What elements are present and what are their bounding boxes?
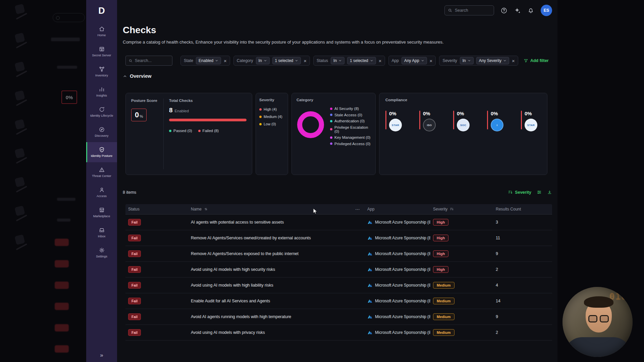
- background-app-underlay-left: 0%: [0, 0, 86, 362]
- sidebar-collapse-button[interactable]: »: [86, 352, 117, 359]
- status-badge: Fail: [128, 298, 141, 304]
- sidebar-item-identity-posture[interactable]: Identity Posture: [86, 142, 117, 162]
- status-badge: Fail: [128, 329, 141, 336]
- app-cell: Microsoft Azure Sponsorship (8...: [365, 267, 430, 272]
- table-toolbar: 8 items Severity: [123, 190, 552, 195]
- checks-search-input[interactable]: [135, 58, 169, 63]
- results-count: 9: [493, 314, 552, 319]
- column-header-severity[interactable]: Severity: [430, 207, 493, 212]
- sidebar-item-settings[interactable]: Settings: [86, 243, 117, 263]
- add-filter-button[interactable]: Add filter: [524, 58, 549, 63]
- column-settings-icon[interactable]: [537, 190, 542, 195]
- topbar: ES: [123, 0, 552, 21]
- compliance-badge-icon: i: [491, 119, 503, 131]
- checks-progress-bar: [169, 119, 247, 121]
- sidebar-item-inbox[interactable]: Inbox: [86, 223, 117, 243]
- filter-chip-category-remove[interactable]: [304, 58, 307, 63]
- bell-icon[interactable]: [527, 7, 534, 14]
- download-icon[interactable]: [547, 190, 552, 195]
- category-legend-item: Key Management (0): [330, 135, 371, 139]
- severity-badge: Medium: [433, 313, 454, 320]
- table-row[interactable]: Fail Avoid AI agents running models with…: [125, 309, 552, 325]
- compliance-item: 0% SOC: [453, 111, 470, 131]
- table-row[interactable]: Fail Remove AI Agents/Services exposed t…: [125, 246, 552, 262]
- severity-legend-item: Medium (4): [259, 115, 284, 119]
- sidebar-item-threat-center[interactable]: Threat Center: [86, 162, 117, 182]
- results-count: 3: [493, 220, 552, 225]
- filter-chip-severity-remove[interactable]: [512, 58, 515, 63]
- azure-icon: [367, 314, 373, 319]
- severity-badge: Medium: [433, 329, 454, 336]
- app-cell: Microsoft Azure Sponsorship (8...: [365, 283, 430, 288]
- filter-chip-status-remove[interactable]: [379, 58, 382, 63]
- help-icon[interactable]: [500, 7, 507, 14]
- compliance-badge-icon: STAR: [525, 119, 537, 131]
- results-count: 2: [493, 330, 552, 335]
- overview-section-toggle[interactable]: Overview: [123, 73, 552, 79]
- sidebar-item-home[interactable]: Home: [86, 21, 117, 42]
- results-count: 11: [493, 236, 552, 240]
- severity-operator-select[interactable]: In: [460, 57, 474, 64]
- page-description: Comprise a catalog of health checks, Enh…: [123, 40, 552, 45]
- app-cell: Microsoft Azure Sponsorship (8...: [365, 330, 430, 335]
- table-row[interactable]: Fail Enable Audit for all AI Services an…: [125, 293, 552, 309]
- column-header-name[interactable]: Name: [188, 206, 365, 212]
- severity-legend-item: Low (0): [259, 122, 284, 126]
- compliance-badge-icon: STAR: [389, 119, 402, 131]
- sidebar-item-insights[interactable]: Insights: [86, 82, 117, 102]
- filter-chip-app-remove[interactable]: [430, 58, 433, 63]
- person-face: [586, 302, 612, 333]
- app-cell: Microsoft Azure Sponsorship (8...: [365, 251, 430, 256]
- name-column-menu-icon[interactable]: [355, 206, 360, 212]
- sidebar-item-identity-lifecycle[interactable]: Identity Lifecycle: [86, 102, 117, 122]
- category-operator-select[interactable]: In: [256, 57, 270, 64]
- filter-chip-category: Category In 1 selected: [233, 56, 310, 66]
- global-search[interactable]: [444, 5, 494, 15]
- table-row[interactable]: Fail Avoid using AI models with high sec…: [125, 262, 552, 278]
- results-count: 9: [493, 251, 552, 256]
- user-avatar[interactable]: ES: [541, 5, 552, 16]
- category-value-select[interactable]: 1 selected: [272, 57, 301, 64]
- sparkles-icon[interactable]: [514, 7, 521, 14]
- table-row[interactable]: Fail Avoid using AI models with privacy …: [125, 325, 552, 341]
- check-name: Avoid using AI models with privacy risks: [188, 330, 365, 335]
- app-value-select[interactable]: Any App: [401, 57, 427, 64]
- main-content: ES Checks Comprise a catalog of health c…: [117, 0, 557, 362]
- status-badge: Fail: [128, 313, 141, 320]
- compliance-badge-icon: ISO: [423, 119, 436, 131]
- table-row[interactable]: Fail Avoid using AI models with high lia…: [125, 278, 552, 293]
- azure-icon: [367, 267, 373, 272]
- sidebar-item-discovery[interactable]: Discovery: [86, 122, 117, 142]
- posture-score-title: Posture Score: [131, 99, 162, 103]
- table-row[interactable]: Fail Remove AI Agents/Services owned/cre…: [125, 230, 552, 246]
- global-search-input[interactable]: [455, 8, 491, 13]
- status-badge: Fail: [128, 235, 141, 241]
- table-row[interactable]: Fail AI agents with potential access to …: [125, 215, 552, 230]
- items-count: 8 items: [123, 190, 136, 195]
- status-operator-select[interactable]: In: [331, 57, 344, 64]
- checks-search[interactable]: [125, 56, 172, 66]
- brand-logo[interactable]: D: [86, 0, 117, 21]
- app-cell: Microsoft Azure Sponsorship (8...: [365, 220, 430, 225]
- sidebar-item-access[interactable]: Access: [86, 182, 117, 202]
- filter-bar: State Enabled Category In 1 selected Sta…: [123, 55, 552, 66]
- person-glasses: [588, 315, 609, 322]
- filter-chip-state-remove[interactable]: [224, 58, 227, 63]
- severity-badge: High: [433, 219, 448, 226]
- status-badge: Fail: [128, 219, 141, 226]
- check-name: Remove AI Agents/Services owned/created …: [188, 236, 365, 240]
- status-value-select[interactable]: 1 selected: [347, 57, 376, 64]
- sidebar-item-marketplace[interactable]: Marketplace: [86, 202, 117, 223]
- sidebar-item-secret-server[interactable]: Secret Server: [86, 42, 117, 62]
- insights-icon: [99, 86, 105, 93]
- sort-desc-icon: [450, 207, 454, 211]
- checks-table: Status Name App Severity Results Count: [125, 204, 552, 341]
- person-hair: [584, 296, 613, 308]
- severity-badge: High: [433, 266, 448, 273]
- sort-by-severity-button[interactable]: Severity: [508, 190, 531, 195]
- severity-card: Severity High (4) Medium (4): [256, 93, 288, 175]
- sidebar-item-inventory[interactable]: Inventory: [86, 62, 117, 82]
- severity-value-select[interactable]: Any Severity: [476, 57, 509, 64]
- state-value-select[interactable]: Enabled: [196, 57, 221, 64]
- app-cell: Microsoft Azure Sponsorship (8...: [365, 314, 430, 319]
